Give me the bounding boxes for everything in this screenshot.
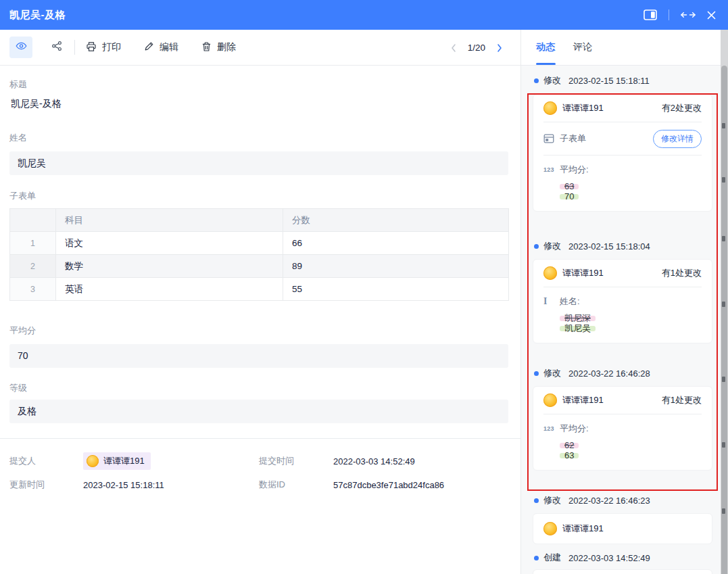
timeline-dot [534, 244, 539, 249]
record-toolbar: 打印 编辑 删除 1/20 [0, 30, 520, 66]
avatar [543, 393, 557, 407]
activity-user: 谭谭谭191 [562, 523, 702, 535]
update-time-label: 更新时间 [9, 479, 83, 491]
change-count: 有2处更改 [662, 102, 702, 114]
update-time-value: 2023-02-15 15:18:11 [83, 480, 259, 490]
toolbar-divider [74, 40, 75, 55]
clipped-edge-fragment [722, 442, 725, 448]
window-title: 凯尼吴-及格 [9, 9, 66, 22]
pencil-icon [144, 41, 154, 53]
subform-header-row: 科目 分数 [10, 209, 509, 232]
timeline-action: 修改 [543, 367, 561, 379]
subject-cell: 语文 [56, 232, 283, 255]
change-count: 有1处更改 [662, 267, 702, 279]
score-cell: 89 [283, 255, 509, 278]
timeline-dot [534, 78, 539, 83]
row-index: 2 [10, 255, 56, 278]
record-detail-window: 凯尼吴-及格 [0, 0, 728, 574]
clipped-edge-fragment [722, 377, 725, 382]
share-button[interactable] [51, 41, 62, 54]
old-value-chip: 凯尼深 [560, 316, 596, 321]
timeline-action: 修改 [543, 494, 561, 506]
prev-record-chevron-icon[interactable] [450, 43, 457, 53]
clipped-edge-fragment [722, 508, 725, 514]
share-icon [51, 41, 62, 54]
average-field-label: 平均分 [9, 325, 508, 337]
name-field-value: 凯尼吴 [9, 151, 508, 175]
window-scrollbar-thumb[interactable] [721, 66, 727, 574]
expand-fullscreen-icon[interactable] [681, 11, 696, 19]
timeline-card [533, 569, 712, 574]
tab-activity[interactable]: 动态 [536, 41, 555, 53]
submitter-name: 谭谭谭191 [103, 455, 145, 467]
timeline-item: 修改 2023-02-15 15:18:04 [521, 240, 721, 252]
timeline-time: 2022-03-22 16:46:28 [568, 368, 650, 379]
timeline-card: 谭谭谭191 有1处更改 123 平均分: 62 63 [533, 386, 712, 471]
data-id-value: 57c87dcbe3fe71abd24fca86 [333, 480, 508, 490]
old-value-chip: 62 [560, 443, 579, 448]
grade-field-label: 等级 [9, 382, 508, 394]
tab-comments[interactable]: 评论 [573, 41, 592, 53]
delete-label: 删除 [217, 41, 236, 53]
new-value-chip: 70 [560, 194, 579, 199]
old-value-chip: 63 [560, 184, 579, 189]
submit-time-label: 提交时间 [259, 455, 333, 467]
title-field-label: 标题 [9, 78, 508, 91]
subform-index-header [10, 209, 56, 232]
clipped-edge-fragment [722, 302, 725, 307]
toggle-side-panel-icon[interactable] [644, 9, 657, 20]
edit-label: 编辑 [160, 41, 178, 53]
activity-panel-header: 动态 评论 [521, 30, 721, 66]
print-button[interactable]: 打印 [86, 41, 121, 54]
delete-button[interactable]: 删除 [201, 41, 236, 54]
next-record-chevron-icon[interactable] [496, 43, 503, 53]
timeline-dot [534, 556, 539, 560]
timeline-card: 谭谭谭191 [533, 513, 712, 544]
subform-subject-header: 科目 [56, 209, 283, 232]
change-detail-button[interactable]: 修改详情 [653, 130, 702, 148]
close-icon[interactable] [707, 11, 716, 20]
activity-panel: 动态 评论 修改 2023-02-15 15:18:11 谭谭谭191 有2处更… [521, 30, 721, 574]
submit-time-value: 2022-03-03 14:52:49 [333, 456, 508, 467]
timeline-item: 修改 2023-02-15 15:18:11 [521, 74, 721, 87]
table-row: 3 英语 55 [10, 278, 509, 301]
changed-field-name: 平均分: [560, 423, 702, 435]
timeline-card: 谭谭谭191 有1处更改 I 姓名: 凯尼深 凯尼吴 [533, 259, 712, 343]
score-cell: 55 [283, 278, 509, 301]
timeline-dot [534, 371, 539, 376]
timeline-time: 2022-03-03 14:52:49 [568, 553, 650, 563]
edit-button[interactable]: 编辑 [144, 41, 178, 53]
preview-button[interactable] [9, 37, 32, 58]
score-cell: 66 [283, 232, 509, 255]
activity-user: 谭谭谭191 [562, 394, 662, 406]
clipped-edge-fragment [722, 236, 725, 241]
timeline-item: 修改 2022-03-22 16:46:23 [521, 494, 721, 506]
titlebar-divider [669, 9, 669, 20]
timeline-time: 2023-02-15 15:18:11 [568, 76, 650, 86]
print-label: 打印 [102, 41, 121, 53]
subject-cell: 英语 [56, 278, 283, 301]
subform-table: 科目 分数 1 语文 66 2 数学 89 3 英语 55 [9, 208, 509, 301]
name-field-label: 姓名 [9, 132, 508, 144]
number-field-icon: 123 [543, 166, 560, 173]
avatar [87, 455, 99, 467]
average-field-value: 70 [9, 344, 508, 368]
subform-icon [543, 134, 560, 143]
record-meta: 提交人 谭谭谭191 提交时间 2022-03-03 14:52:49 更新时间… [9, 439, 508, 491]
changed-field-name: 姓名: [560, 295, 702, 308]
timeline-time: 2022-03-22 16:46:23 [568, 496, 650, 506]
form-fields: 标题 凯尼吴-及格 姓名 凯尼吴 子表单 科目 分数 1 语文 66 2 数学 [0, 66, 520, 491]
title-bar: 凯尼吴-及格 [0, 0, 728, 30]
table-row: 2 数学 89 [10, 255, 509, 278]
active-tab-underline [536, 63, 556, 65]
number-field-icon: 123 [543, 425, 560, 432]
record-pager: 1/20 [450, 30, 503, 66]
subform-field-label: 子表单 [9, 190, 508, 202]
subform-score-header: 分数 [283, 209, 509, 232]
record-detail-pane: 打印 编辑 删除 1/20 [0, 30, 521, 574]
avatar [543, 522, 557, 535]
subject-cell: 数学 [56, 255, 283, 278]
timeline-card: 谭谭谭191 有2处更改 子表单 修改详情 123 平均分: 63 70 [533, 94, 712, 212]
timeline-action: 创建 [543, 552, 561, 564]
timeline-action: 修改 [543, 240, 561, 252]
